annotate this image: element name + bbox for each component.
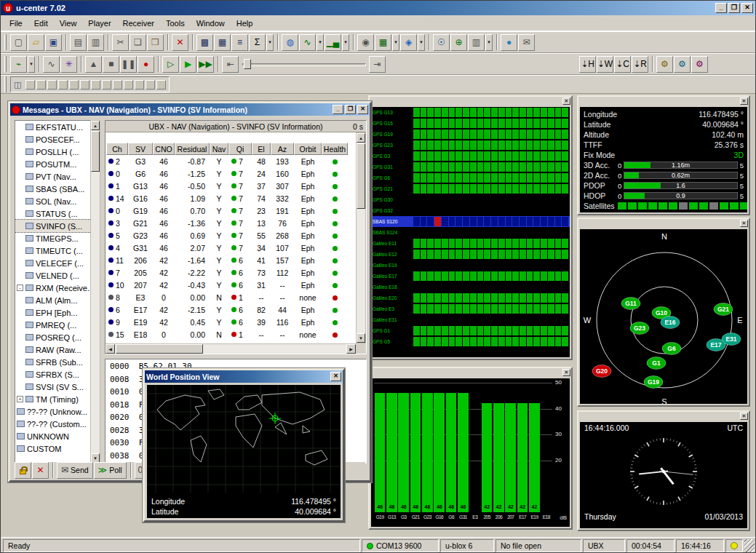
- messages-window-titlebar[interactable]: Messages - UBX - NAV (Navigation) - SVIN…: [10, 103, 370, 116]
- map-view[interactable]: ◈: [400, 34, 417, 51]
- histogram-view[interactable]: ▁▄: [325, 34, 341, 51]
- tree-scrollbar[interactable]: ▲ ▼: [90, 120, 100, 464]
- table-row[interactable]: 3G2146-1.36Y71376Eph: [106, 217, 355, 229]
- hotstart-button[interactable]: ⇣H: [579, 56, 596, 73]
- chart-view-dropdown[interactable]: ▼: [317, 34, 324, 51]
- column-header-ch[interactable]: Ch: [106, 143, 128, 155]
- messages-view-button[interactable]: ✉: [518, 34, 535, 51]
- tree-expander[interactable]: -: [17, 285, 23, 291]
- table-row[interactable]: 5G23460.69Y755268Eph: [106, 229, 355, 242]
- column-header-orbit[interactable]: Orbit: [294, 143, 322, 155]
- tree-item-custom[interactable]: CUSTOM: [15, 442, 100, 455]
- table-view-dropdown[interactable]: ▼: [392, 34, 399, 51]
- print-preview[interactable]: ▥: [87, 34, 104, 51]
- scroll-up-button[interactable]: ▲: [357, 133, 365, 143]
- save-file[interactable]: ▣: [45, 34, 62, 51]
- menu-tools[interactable]: Tools: [160, 17, 191, 30]
- poll-button[interactable]: ≫Poll: [94, 462, 127, 479]
- table-row[interactable]: 0G19460.70Y723191Eph: [106, 204, 355, 217]
- close-button[interactable]: ✕: [741, 3, 753, 13]
- table-row[interactable]: 15E1800.00N1----none: [106, 328, 355, 341]
- table-row[interactable]: 720542-2.22Y673112Eph: [106, 266, 355, 279]
- data-panel-close-button[interactable]: ✕: [740, 98, 748, 105]
- docking-windows-dropdown[interactable]: ▼: [485, 34, 493, 51]
- scroll-up-button[interactable]: ▲: [91, 121, 100, 130]
- messages-minimize-button[interactable]: _: [333, 105, 343, 114]
- scroll-left-button[interactable]: ◀: [106, 344, 115, 354]
- send-button[interactable]: ✉Send: [57, 462, 93, 479]
- clock-panel-strip[interactable]: ✕: [578, 412, 749, 421]
- tree-item-svsi-sv-s[interactable]: SVSI (SV S...: [15, 381, 100, 393]
- preferences[interactable]: ⚙: [691, 56, 708, 73]
- data-panel-strip[interactable]: ✕: [578, 97, 749, 106]
- menu-file[interactable]: File: [4, 17, 28, 30]
- receiver-reset-button[interactable]: ⇣R: [632, 56, 648, 73]
- resize-grip[interactable]: [744, 539, 755, 552]
- table-row[interactable]: 1G1346-0.50Y737307Eph: [106, 180, 355, 192]
- paste[interactable]: ❒: [147, 34, 164, 51]
- scroll-thumb[interactable]: [116, 344, 203, 354]
- menu-view[interactable]: View: [54, 17, 83, 30]
- warmstart-button[interactable]: ⇣W: [597, 56, 613, 73]
- gnss-config[interactable]: ⚙: [674, 56, 691, 73]
- tree-item-posreq[interactable]: POSREQ (...: [15, 331, 100, 343]
- binary-console[interactable]: ▦: [214, 34, 231, 51]
- tree-item-velned[interactable]: VELNED (...: [15, 269, 100, 282]
- tree-item-ekfstatu[interactable]: EKFSTATU...: [15, 121, 100, 133]
- scroll-thumb[interactable]: [357, 143, 365, 209]
- connect-receiver[interactable]: ⌁: [10, 56, 27, 73]
- tree-item-pmreq[interactable]: PMREQ (...: [15, 319, 100, 331]
- toolbar-handle[interactable]: [4, 34, 7, 50]
- packet-console[interactable]: ▩: [196, 34, 213, 51]
- tree-item-sfrb-sub[interactable]: SFRB (Sub...: [15, 356, 100, 368]
- map-view-dropdown[interactable]: ▼: [418, 34, 425, 51]
- tree-item-posecef[interactable]: POSECEF...: [15, 133, 100, 146]
- menu-help[interactable]: Help: [231, 17, 259, 30]
- deviation-map[interactable]: ⊕: [450, 34, 467, 51]
- table-row[interactable]: 1020742-0.43Y631--Eph: [106, 279, 355, 291]
- sky-view-close-button[interactable]: ✕: [740, 220, 748, 227]
- tree-item-sbas-sba[interactable]: SBAS (SBA...: [15, 183, 100, 195]
- tree-expander[interactable]: +: [17, 396, 23, 402]
- signal-history-strip[interactable]: ✕: [370, 97, 571, 106]
- fast-forward-button[interactable]: ▶▶: [197, 56, 214, 73]
- text-console[interactable]: ≡: [231, 34, 248, 51]
- open-file[interactable]: ▱: [28, 34, 44, 51]
- menu-window[interactable]: Window: [191, 17, 231, 30]
- tree-item-custom[interactable]: ??-?? (Custom...: [15, 418, 100, 430]
- tree-item-timegps[interactable]: TIMEGPS...: [15, 232, 100, 244]
- column-header-residual[interactable]: Residual: [175, 143, 210, 155]
- column-header-nav[interactable]: Nav: [210, 143, 228, 155]
- column-header-cno[interactable]: CNO: [153, 143, 175, 155]
- eject-button[interactable]: ▲: [85, 56, 102, 73]
- messages-config[interactable]: ⚙: [656, 56, 673, 73]
- tree-item-rxm-receive[interactable]: -RXM (Receive...: [15, 282, 100, 294]
- menu-edit[interactable]: Edit: [28, 17, 54, 30]
- tree-item-unknown[interactable]: UNKNOWN: [15, 430, 100, 442]
- google-earth[interactable]: ●: [501, 34, 517, 51]
- table-h-scrollbar[interactable]: ◀ ▶: [106, 343, 356, 354]
- signal-history-close-button[interactable]: ✕: [562, 98, 570, 105]
- tree-item-status[interactable]: STATUS (...: [15, 207, 100, 220]
- tree-item-pvt-nav[interactable]: PVT (Nav...: [15, 170, 100, 183]
- toolbar-handle[interactable]: [4, 56, 7, 72]
- messages-close-button[interactable]: ✕: [357, 105, 368, 114]
- table-row[interactable]: 14G16461.09Y774332Eph: [106, 192, 355, 204]
- record-button[interactable]: ●: [138, 56, 154, 73]
- clock-panel-close-button[interactable]: ✕: [740, 413, 748, 420]
- tree-item-alm-alm[interactable]: ALM (Alm...: [15, 294, 100, 306]
- histogram-view-dropdown[interactable]: ▼: [342, 34, 349, 51]
- play-button[interactable]: ▶: [180, 56, 196, 73]
- docking-windows[interactable]: ▥: [468, 34, 485, 51]
- menu-receiver[interactable]: Receiver: [117, 17, 160, 30]
- scroll-down-button[interactable]: ▼: [357, 333, 365, 343]
- table-row[interactable]: 1120642-1.64Y641157Eph: [106, 254, 355, 266]
- playback-position-slider[interactable]: [242, 57, 366, 71]
- world-position-window[interactable]: World Position View ✕ Longitude 116.4784…: [143, 368, 345, 522]
- tree-item-sfrbx-s[interactable]: SFRBX (S...: [15, 368, 100, 381]
- debug-trace[interactable]: ✳: [60, 56, 77, 73]
- clear-button[interactable]: ✕: [32, 462, 49, 479]
- column-header-qi[interactable]: Qi: [228, 143, 252, 155]
- statistic-view-dropdown[interactable]: ▼: [266, 34, 274, 51]
- world-position-view[interactable]: ◍: [282, 34, 298, 51]
